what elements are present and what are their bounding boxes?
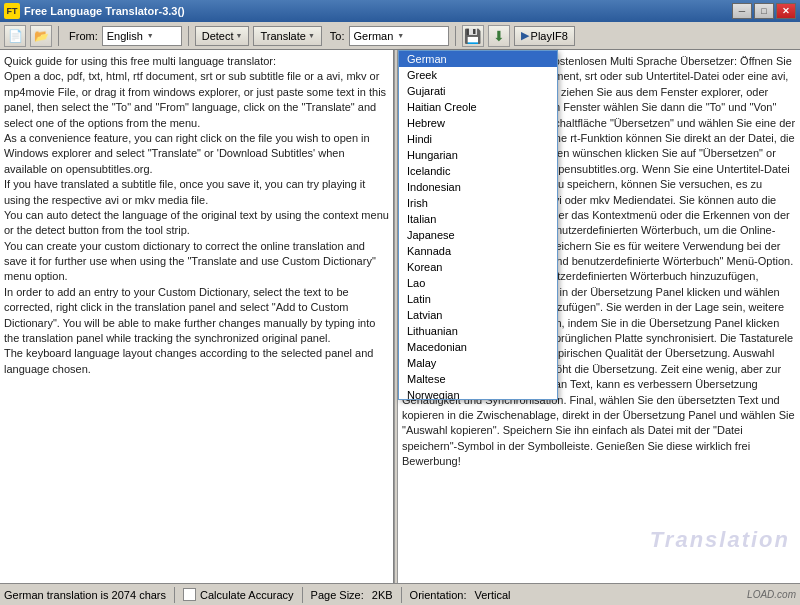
language-dropdown-list[interactable]: GermanGreekGujaratiHaitian CreoleHebrewH… [398, 50, 558, 400]
language-option[interactable]: Indonesian [399, 179, 557, 195]
language-option[interactable]: Gujarati [399, 83, 557, 99]
orientation-label: Orientation: [410, 589, 467, 601]
minimize-button[interactable]: ─ [732, 3, 752, 19]
language-option[interactable]: Maltese [399, 371, 557, 387]
app-icon: FT [4, 3, 20, 19]
status-bar: German translation is 2074 chars Calcula… [0, 583, 800, 605]
language-option[interactable]: Lao [399, 275, 557, 291]
window-title: Free Language Translator-3.3() [24, 5, 185, 17]
calculate-accuracy-checkbox[interactable] [183, 588, 196, 601]
language-option[interactable]: Malay [399, 355, 557, 371]
language-option[interactable]: Icelandic [399, 163, 557, 179]
close-button[interactable]: ✕ [776, 3, 796, 19]
toolbar-separator-2 [188, 26, 189, 46]
language-option[interactable]: Lithuanian [399, 323, 557, 339]
language-option[interactable]: Hungarian [399, 147, 557, 163]
window-controls: ─ □ ✕ [732, 3, 796, 19]
status-separator-1 [174, 587, 175, 603]
source-text-area[interactable] [0, 50, 393, 583]
language-option[interactable]: German [399, 51, 557, 67]
calculate-accuracy-item[interactable]: Calculate Accuracy [183, 588, 294, 601]
title-bar: FT Free Language Translator-3.3() ─ □ ✕ [0, 0, 800, 22]
language-option[interactable]: Haitian Creole [399, 99, 557, 115]
calculate-accuracy-label: Calculate Accuracy [200, 589, 294, 601]
char-count-label: German translation is 2074 chars [4, 589, 166, 601]
right-panel: Anleitung zur Nutzung dieses kostenlosen… [398, 50, 800, 583]
language-option[interactable]: Macedonian [399, 339, 557, 355]
new-button[interactable]: 📄 [4, 25, 26, 47]
detect-button[interactable]: Detect [195, 26, 250, 46]
toolbar-separator-1 [58, 26, 59, 46]
to-language-dropdown[interactable]: German [349, 26, 449, 46]
orientation-value: Vertical [474, 589, 510, 601]
status-separator-2 [302, 587, 303, 603]
language-option[interactable]: Kannada [399, 243, 557, 259]
translate-button[interactable]: Translate [253, 26, 321, 46]
language-option[interactable]: Hindi [399, 131, 557, 147]
language-option[interactable]: Italian [399, 211, 557, 227]
left-panel [0, 50, 394, 583]
save-file-button[interactable]: 💾 [462, 25, 484, 47]
toolbar-separator-3 [455, 26, 456, 46]
language-option[interactable]: Norwegian [399, 387, 557, 400]
playif-button[interactable]: ▶ PlayIF8 [514, 26, 575, 46]
to-label: To: [330, 30, 345, 42]
download-button[interactable]: ⬇ [488, 25, 510, 47]
language-option[interactable]: Hebrew [399, 115, 557, 131]
main-area: Anleitung zur Nutzung dieses kostenlosen… [0, 50, 800, 583]
language-option[interactable]: Japanese [399, 227, 557, 243]
from-label: From: [69, 30, 98, 42]
language-option[interactable]: Latin [399, 291, 557, 307]
language-option[interactable]: Irish [399, 195, 557, 211]
status-separator-3 [401, 587, 402, 603]
language-option[interactable]: Latvian [399, 307, 557, 323]
from-language-dropdown[interactable]: English [102, 26, 182, 46]
toolbar: 📄 📂 From: English Detect Translate To: G… [0, 22, 800, 50]
language-option[interactable]: Greek [399, 67, 557, 83]
page-size-label: Page Size: [311, 589, 364, 601]
open-button[interactable]: 📂 [30, 25, 52, 47]
language-option[interactable]: Korean [399, 259, 557, 275]
load-watermark: LOAD.com [747, 589, 796, 600]
page-size-value: 2KB [372, 589, 393, 601]
maximize-button[interactable]: □ [754, 3, 774, 19]
